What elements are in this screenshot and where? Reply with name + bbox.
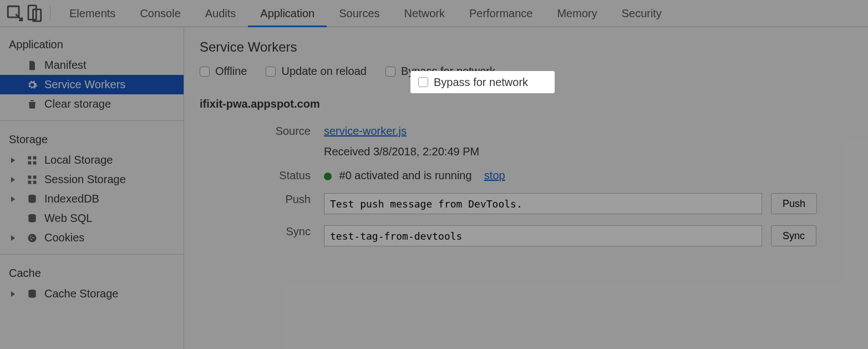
sidebar-item-local-storage[interactable]: Local Storage [0,150,184,170]
sidebar-section-cache: Cache [0,261,184,284]
bypass-for-network-label: Bypass for network [401,65,495,78]
gear-icon [27,79,38,90]
sw-options-row: Offline Update on reload Bypass for netw… [200,65,852,78]
svg-point-16 [31,239,32,240]
inspect-icon[interactable] [6,4,24,23]
sidebar-item-service-workers[interactable]: Service Workers [0,75,184,94]
sidebar-item-session-storage[interactable]: Session Storage [0,170,184,189]
panel-title: Service Workers [200,39,852,55]
tab-memory[interactable]: Memory [545,0,609,27]
grid-icon [27,155,38,166]
svg-rect-1 [28,6,36,20]
db-icon [27,213,38,224]
source-link[interactable]: service-worker.js [324,125,852,138]
svg-point-14 [30,236,31,237]
tab-performance[interactable]: Performance [457,0,545,27]
service-workers-panel: Service Workers Offline Update on reload… [184,27,868,349]
tab-security[interactable]: Security [610,0,674,27]
svg-rect-5 [28,161,32,164]
expand-arrow-icon [11,235,15,241]
sidebar-item-label: Local Storage [44,154,113,166]
update-on-reload-checkbox[interactable]: Update on reload [266,65,366,78]
status-label: Status [200,169,311,182]
sidebar-item-web-sql[interactable]: Web SQL [0,209,184,228]
offline-checkbox[interactable]: Offline [200,65,247,78]
sw-origin: ifixit-pwa.appspot.com [200,98,852,110]
svg-rect-3 [28,156,32,159]
devtools-tabbar: ElementsConsoleAuditsApplicationSourcesN… [0,0,868,27]
sidebar-item-label: Manifest [44,59,87,72]
db-icon [27,194,38,205]
application-sidebar: ApplicationManifestService WorkersClear … [0,27,184,349]
bypass-for-network-checkbox[interactable]: Bypass for network [385,65,495,78]
sidebar-item-label: Clear storage [44,98,111,110]
sidebar-item-cookies[interactable]: Cookies [0,228,184,247]
push-input[interactable] [324,193,762,214]
sidebar-item-label: Web SQL [44,212,92,225]
separator [50,6,50,21]
stop-link[interactable]: stop [484,169,505,181]
db-icon [27,289,38,300]
push-button[interactable]: Push [771,193,817,214]
received-text: Received 3/8/2018, 2:20:49 PM [324,145,852,158]
sidebar-item-cache-storage[interactable]: Cache Storage [0,284,184,304]
sidebar-item-label: Session Storage [44,173,126,186]
svg-rect-8 [33,175,37,179]
checkbox-icon [385,67,395,77]
expand-arrow-icon [11,158,15,163]
device-toggle-icon[interactable] [24,4,43,23]
sidebar-item-manifest[interactable]: Manifest [0,55,184,75]
sync-input[interactable] [324,225,762,246]
offline-label: Offline [215,65,247,78]
svg-rect-9 [28,180,32,184]
cookie-icon [27,232,38,244]
expand-arrow-icon [11,291,15,297]
trash-icon [27,99,38,110]
update-on-reload-label: Update on reload [281,65,366,78]
svg-rect-4 [33,156,37,159]
expand-arrow-icon [11,177,15,183]
status-dot-icon [324,173,332,180]
svg-rect-7 [28,175,32,179]
sync-button[interactable]: Sync [771,225,816,246]
expand-arrow-icon [11,196,15,202]
sidebar-section-storage: Storage [0,128,184,150]
sidebar-item-label: Cookies [44,231,84,244]
svg-point-15 [33,237,34,238]
tab-audits[interactable]: Audits [193,0,248,27]
svg-rect-6 [33,161,37,164]
sidebar-item-label: IndexedDB [44,193,99,205]
sidebar-item-indexeddb[interactable]: IndexedDB [0,189,184,209]
sidebar-item-label: Service Workers [44,78,125,91]
tab-sources[interactable]: Sources [327,0,392,27]
tab-elements[interactable]: Elements [57,0,128,27]
sidebar-section-application: Application [0,33,184,55]
file-icon [27,60,38,71]
svg-point-13 [28,234,37,242]
svg-rect-10 [33,180,37,184]
push-label: Push [200,193,311,206]
tab-application[interactable]: Application [248,0,327,27]
checkbox-icon [200,67,210,77]
sync-label: Sync [200,225,311,238]
checkbox-icon [266,67,276,77]
sidebar-item-label: Cache Storage [44,287,118,300]
tab-console[interactable]: Console [128,0,192,27]
source-label: Source [200,125,311,138]
sidebar-item-clear-storage[interactable]: Clear storage [0,94,184,114]
status-text: #0 activated and is running [339,169,472,181]
grid-icon [27,174,38,185]
tab-network[interactable]: Network [392,0,457,27]
